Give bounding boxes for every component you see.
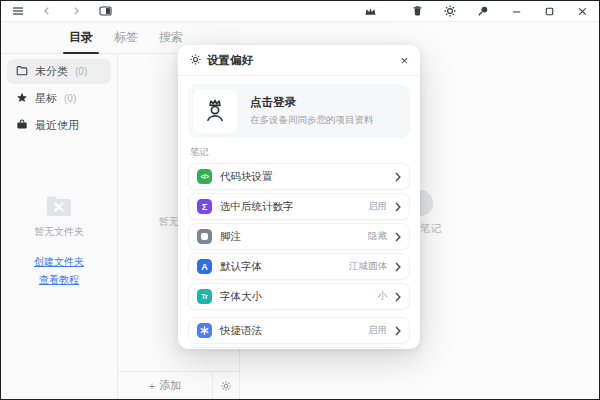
section-label-notes: 笔记 xyxy=(190,146,410,159)
back-icon[interactable] xyxy=(36,2,58,20)
setting-label: 字体大小 xyxy=(220,290,262,304)
folder-icon xyxy=(16,65,28,78)
menu-icon[interactable] xyxy=(7,2,29,20)
sidebar-item-starred[interactable]: 星标 (0) xyxy=(7,86,111,111)
setting-value: 启用 xyxy=(368,200,387,213)
setting-value: 小 xyxy=(378,290,388,303)
maximize-icon[interactable] xyxy=(538,2,560,20)
tab-catalog[interactable]: 目录 xyxy=(67,25,95,50)
setting-row-codeblock[interactable]: </> 代码块设置 xyxy=(188,163,410,190)
create-folder-link[interactable]: 创建文件夹 xyxy=(1,255,117,269)
setting-row-quick-syntax[interactable]: 快捷语法 启用 xyxy=(188,317,410,344)
toolbar-right-group xyxy=(359,2,599,20)
setting-value: 隐藏 xyxy=(368,230,387,243)
setting-row-partial[interactable] xyxy=(188,347,410,349)
gear-icon xyxy=(190,51,201,69)
add-note-label: 添加 xyxy=(159,378,181,393)
plus-icon: + xyxy=(149,380,155,392)
setting-row-footnote[interactable]: 脚注 隐藏 xyxy=(188,223,410,250)
modal-header: 设置偏好 × xyxy=(178,45,420,76)
sidebar-toggle-icon[interactable] xyxy=(94,2,116,20)
add-note-button[interactable]: + 添加 xyxy=(118,372,212,399)
setting-label: 默认字体 xyxy=(220,260,262,274)
recent-icon xyxy=(16,119,28,132)
setting-row-default-font[interactable]: A 默认字体 江城圆体 xyxy=(188,253,410,280)
app-window: 目录 标签 搜索 未分类 (0) 星标 (0) 最近使用 xyxy=(0,0,600,400)
chevron-right-icon xyxy=(395,292,401,302)
sidebar-item-label: 星标 xyxy=(35,91,57,106)
sidebar-item-label: 未分类 xyxy=(35,64,68,79)
pin-icon[interactable] xyxy=(472,2,494,20)
folder-empty-state: 暂无文件夹 创建文件夹 查看教程 xyxy=(1,194,117,287)
sidebar-item-uncategorized[interactable]: 未分类 (0) xyxy=(7,59,111,84)
chevron-right-icon xyxy=(395,202,401,212)
note-list-settings-button[interactable] xyxy=(212,372,239,399)
footnote-square-icon xyxy=(197,229,212,244)
sigma-icon: Σ xyxy=(197,199,212,214)
setting-value: 启用 xyxy=(368,324,387,337)
folder-sidebar: 未分类 (0) 星标 (0) 最近使用 暂无文件夹 创建文件夹 查看教程 xyxy=(1,54,118,399)
close-icon[interactable] xyxy=(571,2,593,20)
font-a-icon: A xyxy=(197,259,212,274)
folder-empty-title: 暂无文件夹 xyxy=(1,225,117,239)
avatar xyxy=(193,89,237,133)
crown-icon[interactable] xyxy=(359,2,381,20)
toolbar-left-group xyxy=(1,2,116,20)
gear-icon[interactable] xyxy=(439,2,461,20)
sidebar-item-recent[interactable]: 最近使用 xyxy=(7,113,111,138)
chevron-right-icon xyxy=(395,172,401,182)
note-list-bottom-bar: + 添加 xyxy=(118,371,239,399)
setting-label: 选中后统计数字 xyxy=(220,200,294,214)
forward-icon[interactable] xyxy=(65,2,87,20)
font-size-icon: Tr xyxy=(197,289,212,304)
top-toolbar xyxy=(1,1,599,22)
minimize-icon[interactable] xyxy=(505,2,527,20)
login-card[interactable]: 点击登录 在多设备间同步您的项目资料 xyxy=(188,84,410,138)
gear-icon xyxy=(221,377,231,395)
login-title: 点击登录 xyxy=(250,95,374,110)
setting-label: 快捷语法 xyxy=(220,324,262,338)
setting-label: 代码块设置 xyxy=(220,170,273,184)
modal-close-icon[interactable]: × xyxy=(400,54,408,67)
chevron-right-icon xyxy=(395,232,401,242)
setting-row-font-size[interactable]: Tr 字体大小 小 xyxy=(188,283,410,310)
setting-row-count-numbers[interactable]: Σ 选中后统计数字 启用 xyxy=(188,193,410,220)
chevron-right-icon xyxy=(395,262,401,272)
chevron-right-icon xyxy=(395,326,401,336)
modal-body: 点击登录 在多设备间同步您的项目资料 笔记 </> 代码块设置 Σ 选中后统计数… xyxy=(178,76,420,349)
tab-tags[interactable]: 标签 xyxy=(112,25,140,50)
login-subtitle: 在多设备间同步您的项目资料 xyxy=(250,114,374,127)
trash-icon[interactable] xyxy=(406,2,428,20)
settings-modal: 设置偏好 × 点击登录 在多设备间同步您的项目资料 笔记 </> 代码块设置 xyxy=(178,45,420,349)
vip-user-icon xyxy=(201,97,229,125)
code-icon: </> xyxy=(197,169,212,184)
sidebar-item-label: 最近使用 xyxy=(35,118,79,133)
sidebar-item-count: (0) xyxy=(75,66,87,77)
modal-title: 设置偏好 xyxy=(207,53,253,68)
star-icon xyxy=(16,92,28,106)
sidebar-item-count: (0) xyxy=(64,93,76,104)
setting-label: 脚注 xyxy=(220,230,241,244)
setting-value: 江城圆体 xyxy=(349,260,387,273)
empty-folder-icon xyxy=(45,194,73,222)
asterisk-icon xyxy=(197,323,212,338)
view-tutorial-link[interactable]: 查看教程 xyxy=(1,273,117,287)
